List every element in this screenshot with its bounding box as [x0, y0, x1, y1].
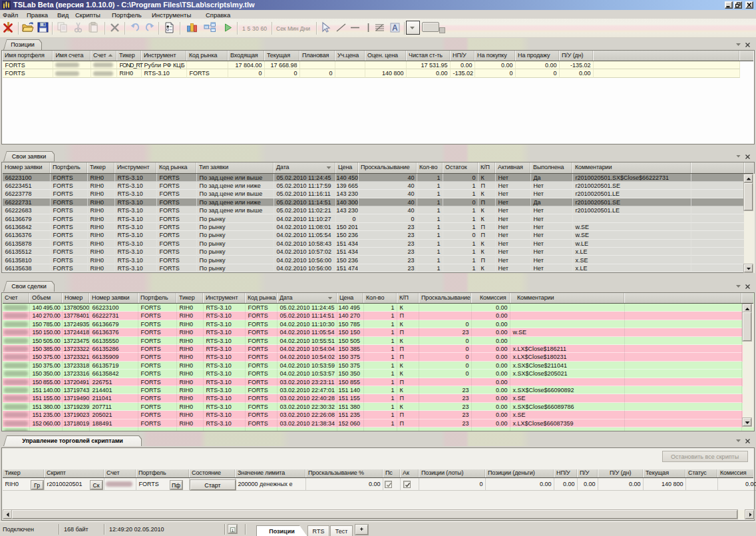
svg-text:A: A [392, 23, 398, 33]
